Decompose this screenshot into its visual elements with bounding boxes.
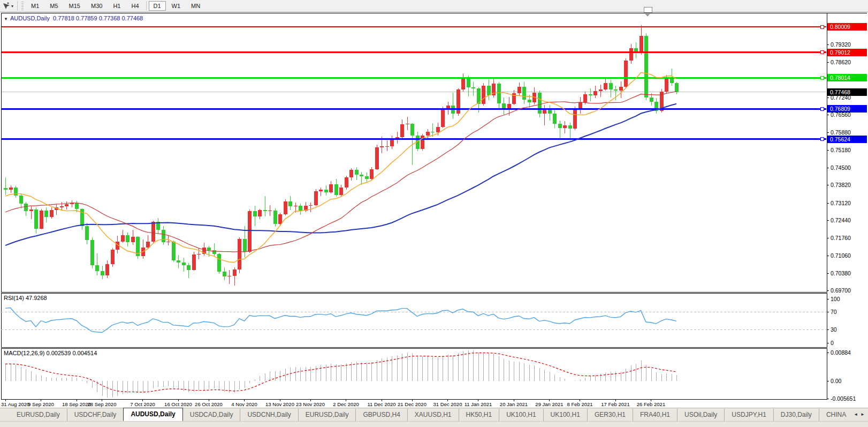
chart-title: ▼AUDUSD,Daily 0.77818 0.77859 0.77368 0.… — [4, 15, 143, 21]
chart-symbol-label: AUDUSD,Daily — [10, 15, 50, 21]
collapse-arrow-icon[interactable]: ▼ — [4, 17, 8, 21]
macd-indicator-label: MACD(12,26,9) 0.002539 0.004514 — [4, 350, 97, 356]
panel-frame — [1, 293, 827, 347]
date-axis-label: 13 Nov 2020 — [265, 401, 294, 407]
price-axis-tick: 0.72440 — [831, 217, 851, 223]
toolbar: ▾ M1M5M15M30H1H4D1W1MN — [0, 0, 868, 12]
tab-usdchf-daily[interactable]: USDCHF,Daily — [67, 409, 124, 421]
date-axis-label: 28 Sep 2020 — [88, 401, 117, 407]
date-axis-label: 29 Jan 2021 — [535, 401, 563, 407]
chart-ohlc-values: 0.77818 0.77859 0.77368 0.77468 — [53, 15, 143, 21]
rsi-axis-tick: 30 — [831, 326, 837, 333]
timeframe-button-m5[interactable]: M5 — [45, 1, 63, 11]
tab-uk100-h1[interactable]: UK100,H1 — [499, 409, 543, 421]
rsi-axis-tick: 70 — [831, 309, 837, 315]
chart-corner-button[interactable] — [644, 7, 652, 13]
rsi-indicator-label: RSI(14) 47.9268 — [4, 295, 47, 301]
tab-usdcad-daily[interactable]: USDCAD,Daily — [183, 409, 240, 421]
tab-fra40-h1[interactable]: FRA40,H1 — [633, 409, 677, 421]
tabs-scroll-right-button[interactable]: ► — [861, 412, 865, 417]
toolbar-separator — [17, 1, 18, 11]
tab-china300-h1[interactable]: CHINA300,H1 — [819, 409, 847, 421]
timeframe-toolbar: M1M5M15M30H1H4D1W1MN — [26, 0, 205, 12]
date-axis-label: 18 Sep 2020 — [62, 401, 91, 407]
date-axis-label: 26 Feb 2021 — [637, 401, 665, 407]
date-axis-label: 31 Aug 2020 — [1, 401, 29, 407]
date-axis-label: 26 Oct 2020 — [195, 401, 223, 407]
tab-ger30-h1[interactable]: GER30,H1 — [587, 409, 633, 421]
date-axis-label: 23 Nov 2020 — [296, 401, 325, 407]
macd-axis-tick: 0.00884 — [831, 349, 851, 356]
rsi-axis-tick: 0 — [831, 340, 834, 346]
timeframe-button-d1[interactable]: D1 — [149, 1, 166, 11]
crosshair-cursor-icon — [2, 2, 10, 10]
dropdown-caret-icon: ▾ — [11, 4, 13, 9]
tab-usoil-daily[interactable]: USOil,Daily — [677, 409, 724, 421]
price-axis-tick: 0.71060 — [831, 252, 851, 259]
date-axis-label: 11 Dec 2020 — [367, 401, 395, 407]
price-axis-tick: 0.76560 — [831, 111, 851, 118]
price-badge-value: 0.79012 — [830, 49, 850, 56]
tab-hk50-h1[interactable]: HK50,H1 — [459, 409, 499, 421]
date-axis-label: 4 Nov 2020 — [231, 401, 257, 407]
price-axis-tick: 0.73820 — [831, 182, 851, 188]
date-axis: 31 Aug 20209 Sep 202018 Sep 202028 Sep 2… — [1, 399, 665, 407]
tab-audusd-daily[interactable]: AUDUSD,Daily — [123, 408, 182, 421]
date-axis-label: 11 Jan 2021 — [465, 401, 492, 407]
price-axis-tick: 0.71760 — [831, 235, 851, 241]
price-axis-tick: 0.75880 — [831, 129, 851, 136]
chart-canvas[interactable]: 0.793200.786200.779400.772400.765600.758… — [0, 0, 868, 427]
timeframe-button-h1[interactable]: H1 — [108, 1, 125, 11]
timeframe-button-mn[interactable]: MN — [186, 1, 205, 11]
timeframe-button-m30[interactable]: M30 — [86, 1, 107, 11]
price-badge-value: 0.75624 — [830, 136, 850, 143]
tabs-scroll-left-button[interactable]: ◄ — [854, 412, 858, 417]
chart-tab-bar: EURUSD,DailyUSDCHF,DailyAUDUSD,DailyUSDC… — [0, 408, 868, 421]
tab-xauusd-h1[interactable]: XAUUSD,H1 — [407, 409, 459, 421]
date-axis-label: 8 Feb 2021 — [567, 401, 592, 407]
tab-scroll-arrows: ◄ ► — [847, 408, 868, 421]
price-axis-tick: 0.79320 — [831, 41, 851, 48]
price-axis-tick: 0.70380 — [831, 270, 851, 276]
macd-axis-tick: 0.00 — [831, 378, 842, 384]
date-axis-label: 20 Jan 2021 — [500, 401, 528, 407]
timeframe-button-h4[interactable]: H4 — [126, 1, 143, 11]
timeframe-button-w1[interactable]: W1 — [167, 1, 186, 11]
price-badge-value: 0.78014 — [830, 74, 850, 81]
price-axis-tick: 0.69700 — [831, 287, 851, 294]
date-axis-label: 7 Oct 2020 — [130, 401, 155, 407]
crosshair-tool-button[interactable]: ▾ — [0, 1, 16, 11]
timeframe-button-m1[interactable]: M1 — [26, 1, 44, 11]
date-axis-label: 9 Sep 2020 — [28, 401, 54, 407]
toolbar-separator — [146, 1, 147, 11]
price-axis-tick: 0.75180 — [831, 147, 851, 153]
tab-usdcnh-daily[interactable]: USDCNH,Daily — [240, 409, 298, 421]
status-strip — [0, 421, 868, 427]
toolbar-grip[interactable] — [21, 2, 24, 10]
date-axis-label: 17 Feb 2021 — [601, 401, 629, 407]
panel-frame — [1, 13, 827, 292]
price-axis-tick: 0.73120 — [831, 200, 851, 206]
date-axis-label: 21 Dec 2020 — [398, 401, 427, 407]
tab-eurusd-daily[interactable]: EURUSD,Daily — [10, 409, 67, 421]
price-badge-value: 0.77468 — [830, 89, 850, 95]
tab-dj30-daily[interactable]: DJ30,Daily — [773, 409, 819, 421]
price-axis-tick: 0.74500 — [831, 164, 851, 171]
date-axis-label: 2 Dec 2020 — [333, 401, 359, 407]
price-badge-value: 0.80009 — [830, 24, 850, 30]
macd-axis-tick: -0.005651 — [831, 395, 856, 402]
tab-eurusd-daily[interactable]: EURUSD,Daily — [298, 409, 356, 421]
date-axis-label: 16 Oct 2020 — [164, 401, 192, 407]
tab-usdjpy-h1[interactable]: USDJPY,H1 — [724, 409, 773, 421]
date-axis-label: 31 Dec 2020 — [433, 401, 462, 407]
price-badge-value: 0.76809 — [830, 106, 850, 112]
rsi-axis-tick: 100 — [831, 296, 840, 302]
tab-gbpusd-h4[interactable]: GBPUSD,H4 — [355, 409, 407, 421]
timeframe-button-m15[interactable]: M15 — [64, 1, 85, 11]
price-axis-tick: 0.78620 — [831, 59, 851, 65]
chart-tabs: EURUSD,DailyUSDCHF,DailyAUDUSD,DailyUSDC… — [0, 408, 847, 421]
tab-uk100-h1[interactable]: UK100,H1 — [543, 409, 587, 421]
